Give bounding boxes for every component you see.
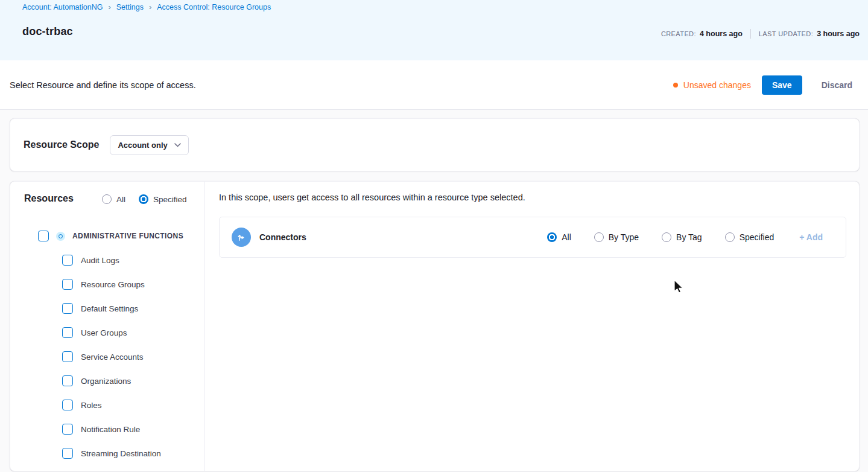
- radio-icon[interactable]: [102, 194, 112, 204]
- item-checkbox[interactable]: [62, 375, 73, 386]
- resources-sidebar: Resources All Specified ADMINISTRATIVE F…: [10, 182, 205, 471]
- item-checkbox[interactable]: [62, 327, 73, 338]
- resource-item-default-settings: Default Settings: [62, 303, 138, 314]
- resources-mode-all-label: All: [116, 195, 125, 204]
- resources-title: Resources: [24, 193, 74, 204]
- radio-icon[interactable]: [725, 232, 735, 242]
- resource-item-user-groups: User Groups: [62, 327, 127, 338]
- connectors-name: Connectors: [259, 232, 306, 242]
- unsaved-changes-label: Unsaved changes: [683, 80, 751, 90]
- item-label: User Groups: [81, 328, 127, 337]
- page-title: doc-trbac: [22, 25, 73, 38]
- item-label: Service Accounts: [81, 352, 144, 362]
- connectors-option-all[interactable]: All: [547, 232, 571, 242]
- item-checkbox[interactable]: [62, 448, 73, 459]
- connectors-option-by-tag-label: By Tag: [676, 232, 702, 242]
- discard-button[interactable]: Discard: [822, 80, 852, 90]
- resources-mode-specified[interactable]: Specified: [139, 194, 187, 204]
- radio-icon[interactable]: [662, 232, 671, 242]
- connectors-option-specified-label: Specified: [740, 232, 775, 242]
- item-label: Notification Rule: [81, 425, 140, 434]
- header-meta: CREATED: 4 hours ago LAST UPDATED: 3 hou…: [661, 29, 860, 39]
- connectors-option-all-label: All: [562, 232, 571, 242]
- breadcrumb-separator-icon: ›: [108, 2, 110, 11]
- resources-mode-all[interactable]: All: [102, 194, 125, 204]
- action-toolbar: Select Resource and define its scope of …: [0, 60, 868, 110]
- item-label: Default Settings: [81, 304, 138, 313]
- resource-scope-selected-value: Account only: [118, 141, 167, 150]
- resource-scope-card: Resource Scope Account only: [10, 118, 860, 171]
- connectors-fork-icon: [236, 232, 246, 242]
- meta-divider: [750, 29, 751, 39]
- resource-item-streaming-destination: Streaming Destination: [62, 448, 161, 459]
- resource-item-service-accounts: Service Accounts: [62, 351, 144, 362]
- connectors-avatar: [232, 228, 251, 247]
- breadcrumb-settings-link[interactable]: Settings: [116, 3, 144, 11]
- breadcrumb-account-link[interactable]: Account: AutomationNG: [22, 3, 103, 11]
- page-header: Account: AutomationNG › Settings › Acces…: [0, 0, 868, 60]
- item-checkbox[interactable]: [62, 400, 73, 410]
- resource-item-roles: Roles: [62, 400, 102, 410]
- group-toggle-icon[interactable]: [56, 232, 65, 241]
- connectors-row: Connectors All By Type By Tag Specified: [219, 217, 846, 258]
- resource-scope-title: Resource Scope: [24, 139, 99, 150]
- save-button[interactable]: Save: [762, 75, 802, 95]
- connectors-option-by-tag[interactable]: By Tag: [662, 232, 702, 242]
- unsaved-changes-dot-icon: [673, 83, 678, 88]
- item-label: Roles: [81, 401, 102, 410]
- resource-scope-select[interactable]: Account only: [110, 135, 189, 155]
- scope-detail-panel: In this scope, users get access to all r…: [206, 182, 859, 471]
- item-checkbox[interactable]: [62, 351, 73, 362]
- resources-mode-radio-group: All Specified: [102, 194, 187, 204]
- created-value: 4 hours ago: [700, 30, 743, 38]
- breadcrumb: Account: AutomationNG › Settings › Acces…: [22, 2, 271, 11]
- resource-item-notification-rule: Notification Rule: [62, 424, 140, 435]
- breadcrumb-current-link[interactable]: Access Control: Resource Groups: [157, 3, 271, 11]
- resource-group-administrative-functions: ADMINISTRATIVE FUNCTIONS: [38, 231, 183, 241]
- item-checkbox[interactable]: [62, 424, 73, 435]
- last-updated-label: LAST UPDATED:: [759, 30, 813, 37]
- radio-selected-icon[interactable]: [139, 194, 148, 204]
- connectors-option-by-type[interactable]: By Type: [594, 232, 639, 242]
- item-checkbox[interactable]: [62, 255, 73, 266]
- connectors-option-specified[interactable]: Specified: [725, 232, 775, 242]
- group-label: ADMINISTRATIVE FUNCTIONS: [72, 232, 183, 240]
- resources-mode-specified-label: Specified: [153, 195, 187, 204]
- resource-item-audit-logs: Audit Logs: [62, 255, 119, 266]
- radio-selected-icon[interactable]: [547, 232, 557, 242]
- item-label: Streaming Destination: [81, 449, 161, 458]
- last-updated-value: 3 hours ago: [817, 30, 860, 38]
- item-label: Resource Groups: [81, 280, 145, 289]
- chevron-down-icon: [174, 143, 181, 147]
- item-checkbox[interactable]: [62, 303, 73, 314]
- radio-icon[interactable]: [594, 232, 604, 242]
- item-label: Audit Logs: [81, 256, 119, 265]
- add-button[interactable]: + Add: [799, 232, 823, 242]
- resource-item-resource-groups: Resource Groups: [62, 279, 145, 290]
- item-checkbox[interactable]: [62, 279, 73, 290]
- connectors-scope-radio-group: All By Type By Tag Specified: [547, 232, 774, 242]
- toolbar-actions: Unsaved changes Save Discard: [673, 75, 860, 95]
- resource-item-organizations: Organizations: [62, 375, 131, 386]
- item-label: Organizations: [81, 377, 131, 386]
- resources-card: Resources All Specified ADMINISTRATIVE F…: [10, 181, 860, 471]
- created-label: CREATED:: [661, 30, 696, 37]
- toolbar-description: Select Resource and define its scope of …: [10, 80, 196, 90]
- connectors-option-by-type-label: By Type: [609, 232, 639, 242]
- scope-note: In this scope, users get access to all r…: [219, 193, 525, 202]
- breadcrumb-separator-icon: ›: [149, 2, 151, 11]
- group-checkbox[interactable]: [38, 231, 49, 241]
